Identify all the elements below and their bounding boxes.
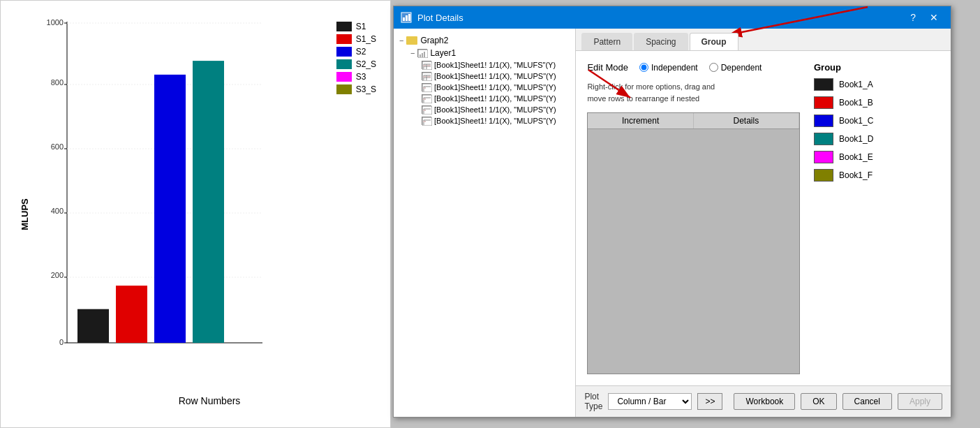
legend-label-s2s: S2_S	[356, 59, 376, 69]
tree-panel: − Graph2 − Layer1	[394, 29, 576, 417]
svg-rect-22	[193, 61, 224, 343]
svg-rect-60	[423, 121, 426, 122]
legend-swatch-s2s	[336, 59, 352, 69]
legend-label-s3s: S3_S	[356, 84, 376, 94]
y-axis-label: MLUPS	[20, 198, 30, 230]
tab-bar: Pattern Spacing Group	[576, 29, 951, 51]
workbook-button[interactable]: Workbook	[734, 393, 795, 410]
ok-button[interactable]: OK	[801, 393, 836, 410]
legend-label-s2: S2	[356, 47, 366, 57]
svg-rect-37	[427, 65, 431, 66]
tree-data-label-3: [Book1]Sheet1! 1/1(X), "MLUPS"(Y)	[434, 83, 556, 91]
group-item-d: Book1_D	[814, 133, 940, 145]
expand-icon: −	[399, 36, 403, 45]
svg-text:800: 800	[51, 78, 64, 87]
tree-data-label-5: [Book1]Sheet1! 1/1(X), "MLUPS"(Y)	[434, 105, 556, 114]
group-swatch-a	[814, 78, 833, 91]
cancel-button[interactable]: Cancel	[842, 393, 892, 410]
tree-node-data1[interactable]: [Book1]Sheet1! 1/1(X), "MLUFS"(Y)	[399, 59, 570, 71]
table-header: Increment Details	[588, 113, 799, 129]
bar-chart: 0 200 400 600 800 1000	[39, 15, 269, 378]
svg-rect-48	[423, 87, 426, 89]
tree-data-label-6: [Book1]Sheet1! 1/1(X), "MLUPS"(Y)	[434, 117, 556, 125]
radio-dependent-input[interactable]	[709, 63, 718, 72]
legend-label-s3: S3	[356, 72, 366, 82]
nav-button[interactable]: >>	[697, 393, 722, 410]
legend-item-s2: S2	[336, 47, 376, 57]
group-name-d: Book1_D	[839, 134, 873, 144]
tree-data-label-2: [Book1]Sheet1! 1/1(X), "MLUPS"(Y)	[434, 72, 556, 80]
tab-spacing[interactable]: Spacing	[634, 33, 688, 50]
table-body	[588, 129, 799, 374]
tree-node-data6[interactable]: [Book1]Sheet1! 1/1(X), "MLUPS"(Y)	[399, 115, 570, 126]
group-name-e: Book1_E	[839, 152, 873, 162]
legend-swatch-s1s	[336, 34, 352, 44]
tree-node-graph2[interactable]: − Graph2	[399, 34, 570, 47]
tree-node-data5[interactable]: [Book1]Sheet1! 1/1(X), "MLUPS"(Y)	[399, 104, 570, 115]
svg-rect-24	[403, 17, 405, 21]
svg-text:0: 0	[59, 338, 64, 346]
svg-text:1000: 1000	[47, 18, 64, 27]
legend-swatch-s1	[336, 22, 352, 31]
data-icon-5	[422, 105, 431, 114]
data-table: Increment Details	[587, 112, 800, 374]
tree-data-label-4: [Book1]Sheet1! 1/1(X), "MLUPS"(Y)	[434, 94, 556, 103]
dialog-window-controls[interactable]: ? ✕	[905, 10, 944, 24]
left-content: Edit Mode Independent Dependent	[587, 62, 800, 374]
data-icon-1	[422, 61, 431, 69]
group-label: Group	[814, 62, 940, 73]
group-name-b: Book1_B	[839, 98, 873, 108]
tab-pattern[interactable]: Pattern	[581, 33, 632, 50]
group-item-a: Book1_A	[814, 78, 940, 91]
legend-item-s1s: S1_S	[336, 34, 376, 44]
radio-dependent[interactable]: Dependent	[709, 63, 762, 73]
radio-independent-input[interactable]	[639, 63, 648, 72]
tree-label-graph2: Graph2	[420, 36, 448, 45]
legend-swatch-s3	[336, 72, 352, 82]
plot-type-select[interactable]: Column / Bar	[608, 393, 692, 410]
svg-rect-28	[420, 54, 421, 57]
legend-item-s2s: S2_S	[336, 59, 376, 69]
data-icon-3	[422, 83, 431, 91]
group-name-a: Book1_A	[839, 80, 873, 89]
tab-content-group: Edit Mode Independent Dependent	[576, 51, 951, 385]
right-panel: Pattern Spacing Group Edit Mode	[576, 29, 951, 417]
group-swatch-e	[814, 151, 833, 163]
svg-text:200: 200	[51, 271, 64, 279]
svg-text:400: 400	[51, 207, 64, 215]
svg-rect-21	[154, 75, 186, 343]
legend-item-s1: S1	[336, 22, 376, 31]
plot-details-dialog: Plot Details ? ✕ − Graph2 −	[393, 6, 951, 418]
group-swatch-c	[814, 115, 833, 127]
hint-text: Right-click for more options, drag and m…	[587, 81, 800, 104]
radio-independent[interactable]: Independent	[639, 63, 698, 73]
group-name-c: Book1_C	[839, 116, 873, 126]
svg-rect-19	[77, 309, 109, 343]
svg-rect-25	[406, 15, 408, 21]
svg-text:600: 600	[51, 142, 64, 151]
tree-node-data3[interactable]: [Book1]Sheet1! 1/1(X), "MLUPS"(Y)	[399, 82, 570, 93]
help-button[interactable]: ?	[905, 10, 921, 24]
dialog-titlebar: Plot Details ? ✕	[394, 6, 951, 29]
tree-node-data2[interactable]: [Book1]Sheet1! 1/1(X), "MLUPS"(Y)	[399, 71, 570, 82]
group-swatch-d	[814, 133, 833, 145]
expand-icon-layer1: −	[410, 49, 415, 57]
svg-rect-44	[427, 76, 431, 78]
tab-content-columns: Edit Mode Independent Dependent	[587, 62, 940, 374]
radio-group: Independent Dependent	[639, 63, 762, 73]
apply-button[interactable]: Apply	[898, 393, 942, 410]
folder-icon-graph2	[406, 36, 417, 45]
group-item-e: Book1_E	[814, 151, 940, 163]
x-axis-label: Row Numbers	[43, 395, 376, 406]
tab-group[interactable]: Group	[690, 33, 738, 50]
tree-node-layer1[interactable]: − Layer1	[399, 47, 570, 59]
plot-type-label: Plot Type	[584, 392, 602, 411]
svg-rect-30	[424, 52, 425, 57]
tree-node-data4[interactable]: [Book1]Sheet1! 1/1(X), "MLUPS"(Y)	[399, 93, 570, 104]
group-swatch-f	[814, 169, 833, 182]
svg-rect-43	[423, 76, 426, 78]
tree-data-label-1: [Book1]Sheet1! 1/1(X), "MLUFS"(Y)	[434, 61, 556, 69]
group-section: Group Book1_A Book1_B Book1_C	[800, 62, 940, 374]
edit-mode-label: Edit Mode	[587, 62, 628, 73]
close-button[interactable]: ✕	[924, 10, 944, 24]
